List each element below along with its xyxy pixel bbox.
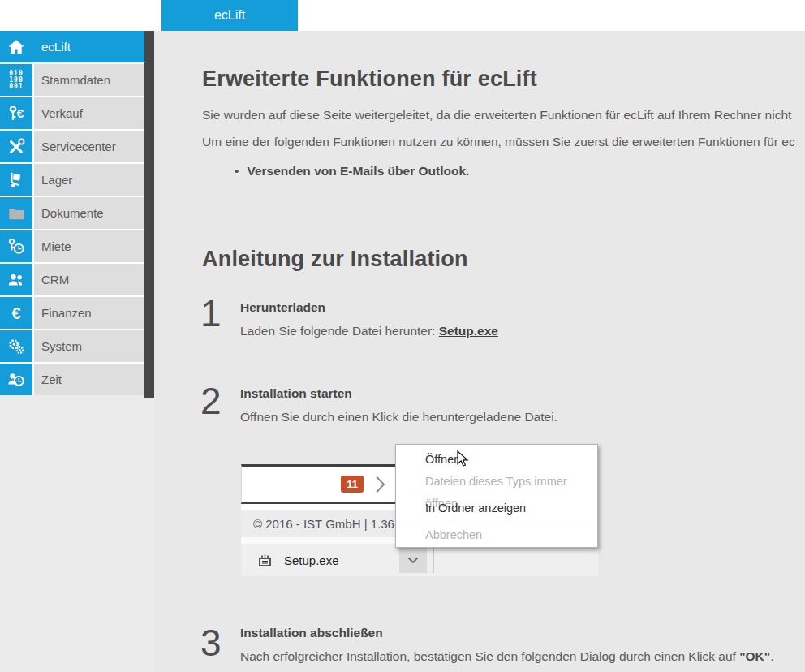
bullet-icon: • bbox=[235, 164, 239, 178]
sidebar-item-miete[interactable]: Miete bbox=[0, 230, 144, 262]
step-3-number: 3 bbox=[200, 622, 222, 664]
step-3-title: Installation abschließen bbox=[240, 626, 383, 640]
menu-item-show-in-folder[interactable]: In Ordner anzeigen bbox=[396, 493, 597, 523]
sidebar-item-dokumente[interactable]: Dokumente bbox=[0, 197, 144, 229]
sidebar-item-label: Miete bbox=[32, 230, 144, 262]
menu-item-open[interactable]: Öffnen bbox=[396, 449, 597, 471]
chevron-down-icon bbox=[407, 557, 419, 564]
sidebar-edge-bar bbox=[144, 31, 154, 398]
feature-bullet: •Versenden von E-Mails über Outlook. bbox=[235, 164, 469, 179]
menu-item-cancel: Abbrechen bbox=[396, 523, 597, 547]
sidebar-item-stammdaten[interactable]: 010 100 001 Stammdaten bbox=[0, 64, 144, 96]
sidebar-item-label: Lager bbox=[32, 164, 144, 196]
step-1-number: 1 bbox=[200, 292, 222, 334]
sidebar-item-label: CRM bbox=[32, 264, 144, 295]
copyright-text: © 2016 - IST GmbH | 1.36.0.3 bbox=[253, 517, 415, 531]
tab-label: ecLift bbox=[214, 8, 245, 23]
mouse-cursor-icon bbox=[457, 450, 469, 471]
browser-download-bar: Setup.exe bbox=[241, 544, 598, 576]
main-content: Erweiterte Funktionen für ecLift Sie wur… bbox=[154, 31, 805, 672]
sidebar-item-eclift[interactable]: ecLift bbox=[0, 31, 144, 62]
sidebar-item-label: Finanzen bbox=[32, 297, 144, 329]
gears-icon bbox=[0, 330, 32, 362]
page-title: Erweiterte Funktionen für ecLift bbox=[202, 67, 537, 92]
sidebar-item-verkauf[interactable]: € Verkauf bbox=[0, 97, 144, 129]
sidebar-item-system[interactable]: System bbox=[0, 330, 144, 362]
key-clock-icon bbox=[0, 230, 32, 262]
tools-icon bbox=[0, 131, 32, 162]
top-bar: ecLift bbox=[0, 0, 805, 31]
binary-icon: 010 100 001 bbox=[0, 64, 32, 96]
home-icon bbox=[0, 31, 32, 62]
sidebar-item-lager[interactable]: Lager bbox=[0, 164, 144, 196]
chevron-right-icon[interactable] bbox=[375, 475, 386, 498]
sidebar-nav: ecLift 010 100 001 Stammdaten € Verkauf … bbox=[0, 31, 144, 395]
step-3-text: Nach erfolgreicher Installation, bestäti… bbox=[240, 649, 773, 664]
intro-paragraph-1: Sie wurden auf diese Seite weitergeleite… bbox=[202, 108, 791, 123]
step-2-number: 2 bbox=[200, 380, 222, 422]
setup-exe-link[interactable]: Setup.exe bbox=[439, 324, 498, 338]
sidebar-item-finanzen[interactable]: € Finanzen bbox=[0, 297, 144, 329]
sidebar-item-label: System bbox=[32, 330, 144, 362]
sidebar-item-label: Dokumente bbox=[32, 197, 144, 229]
sidebar-item-zeit[interactable]: Zeit bbox=[0, 364, 144, 395]
installer-file-icon bbox=[258, 554, 272, 567]
section-title: Anleitung zur Installation bbox=[202, 247, 468, 272]
euro-icon: € bbox=[0, 297, 32, 329]
folder-icon bbox=[0, 197, 32, 229]
sidebar-item-label: Zeit bbox=[32, 364, 144, 395]
download-options-button[interactable] bbox=[399, 547, 427, 573]
sidebar-item-label: ecLift bbox=[32, 31, 144, 62]
step-1-title: Herunterladen bbox=[240, 300, 325, 315]
tab-eclift[interactable]: ecLift bbox=[161, 0, 298, 31]
key-euro-icon: € bbox=[0, 97, 32, 129]
notification-badge: 11 bbox=[341, 476, 364, 493]
step-2-text: Öffnen Sie durch einen Klick die herunte… bbox=[240, 410, 557, 424]
downloaded-file-name[interactable]: Setup.exe bbox=[284, 554, 339, 567]
context-menu: Öffnen Dateien dieses Typs immer öffnen … bbox=[395, 444, 598, 548]
step-1-text: Laden Sie folgende Datei herunter: Setup… bbox=[240, 324, 498, 338]
step-2-title: Installation starten bbox=[240, 386, 352, 401]
sidebar-item-servicecenter[interactable]: Servicecenter bbox=[0, 131, 144, 162]
person-clock-icon bbox=[0, 364, 32, 395]
hand-truck-icon bbox=[0, 164, 32, 196]
menu-item-always-open: Dateien dieses Typs immer öffnen bbox=[396, 471, 597, 493]
sidebar-item-label: Servicecenter bbox=[32, 131, 144, 162]
sidebar-item-label: Verkauf bbox=[32, 97, 144, 129]
intro-paragraph-2: Um eine der folgenden Funktionen nutzen … bbox=[202, 135, 795, 149]
eclift-app-window: { "app": { "tab_label": "ecLift" }, "col… bbox=[0, 0, 805, 672]
sidebar-item-label: Stammdaten bbox=[32, 64, 144, 96]
download-bar-divider bbox=[433, 547, 434, 573]
sidebar-item-crm[interactable]: CRM bbox=[0, 264, 144, 295]
people-icon bbox=[0, 264, 32, 295]
